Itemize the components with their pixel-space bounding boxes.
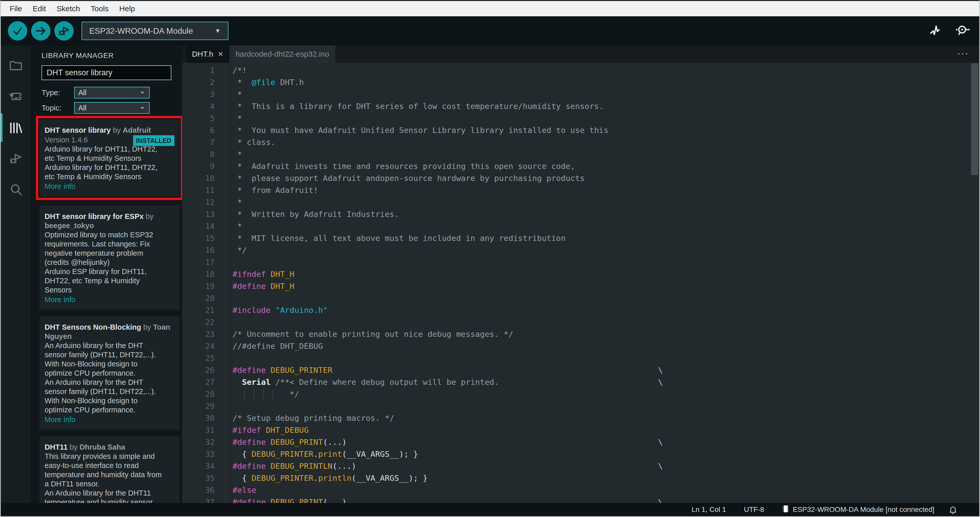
topic-filter-label: Topic: bbox=[41, 104, 74, 112]
code-line: 31#ifdef DHT_DEBUG bbox=[182, 424, 979, 436]
line-number: 12 bbox=[182, 196, 225, 208]
more-info-link[interactable]: More info bbox=[45, 182, 174, 191]
arrow-right-icon bbox=[35, 25, 47, 37]
library-description: This library provides a simple andeasy-t… bbox=[45, 452, 174, 503]
status-bar: Ln 1, Col 1 UTF-8 ESP32-WROOM-DA Module … bbox=[1, 503, 979, 516]
more-actions-button[interactable]: ... bbox=[958, 46, 969, 57]
code-line: 5 * bbox=[182, 112, 979, 124]
library-entry[interactable]: DHT11 by Dhruba SahaThis library provide… bbox=[40, 436, 180, 503]
library-manager-panel: LIBRARY MANAGER Type: All ⌄ Topic: All ⌄… bbox=[31, 45, 182, 503]
line-number: 26 bbox=[182, 364, 225, 376]
library-entry[interactable]: DHT sensor library for ESPx by beegee_to… bbox=[40, 206, 180, 310]
line-number: 37 bbox=[182, 496, 225, 503]
line-number: 13 bbox=[182, 208, 225, 220]
panel-title: LIBRARY MANAGER bbox=[41, 51, 182, 60]
sidebar-item-boards-manager[interactable] bbox=[1, 88, 31, 105]
more-info-link[interactable]: More info bbox=[45, 415, 174, 424]
library-books-icon bbox=[8, 120, 23, 135]
board-selector-label: ESP32-WROOM-DA Module bbox=[89, 26, 215, 36]
serial-monitor-icon[interactable] bbox=[954, 23, 970, 39]
debug-icon bbox=[8, 151, 23, 166]
menu-item-tools[interactable]: Tools bbox=[85, 4, 114, 13]
editor-scrollbar[interactable] bbox=[971, 63, 978, 175]
line-number: 1 bbox=[182, 64, 225, 76]
search-icon bbox=[8, 182, 23, 197]
chevron-down-icon: ▼ bbox=[215, 27, 221, 34]
code-line: 33 { DEBUG_PRINTER.print(__VA_ARGS__); } bbox=[182, 448, 979, 460]
menu-item-sketch[interactable]: Sketch bbox=[51, 4, 85, 13]
cursor-position: Ln 1, Col 1 bbox=[692, 506, 726, 514]
tab-dht-h[interactable]: DHT.h ✕ bbox=[186, 45, 229, 63]
line-number: 14 bbox=[182, 220, 225, 232]
code-line: 18#ifndef DHT_H bbox=[182, 268, 979, 280]
serial-plotter-icon[interactable] bbox=[928, 23, 944, 39]
upload-button[interactable] bbox=[31, 21, 51, 41]
library-entry[interactable]: DHT Sensors Non-Blocking by Toan NguyenA… bbox=[40, 316, 180, 430]
debug-button[interactable] bbox=[54, 21, 74, 41]
code-line: 13 * Written by Adafruit Industries. bbox=[182, 208, 979, 220]
menu-item-edit[interactable]: Edit bbox=[27, 4, 51, 13]
editor-tab-bar: DHT.h ✕ hardcoded-dht22-esp32.ino ... bbox=[182, 45, 979, 63]
library-description: An Arduino library for the DHTsensor fam… bbox=[45, 341, 174, 415]
editor-area: DHT.h ✕ hardcoded-dht22-esp32.ino ... 1/… bbox=[182, 45, 979, 503]
code-line: 37#define DEBUG_PRINT(...)\ bbox=[182, 496, 979, 503]
toolbar: ESP32-WROOM-DA Module ▼ bbox=[1, 16, 979, 45]
menu-item-help[interactable]: Help bbox=[114, 4, 140, 13]
topic-filter-select[interactable]: All ⌄ bbox=[74, 102, 150, 114]
line-number: 35 bbox=[182, 472, 225, 484]
debug-play-icon bbox=[58, 25, 70, 37]
line-number: 17 bbox=[182, 256, 225, 268]
encoding: UTF-8 bbox=[744, 506, 764, 514]
code-line: 14 * bbox=[182, 220, 979, 232]
code-line: 2 * @file DHT.h bbox=[182, 76, 979, 88]
notification-bell-icon[interactable] bbox=[948, 505, 958, 514]
line-number: 5 bbox=[182, 112, 225, 124]
checkmark-icon bbox=[12, 25, 23, 37]
verify-button[interactable] bbox=[8, 21, 27, 41]
library-entry-title: DHT sensor library for ESPx by beegee_to… bbox=[45, 212, 174, 230]
line-number: 27 bbox=[182, 376, 225, 388]
line-number: 15 bbox=[182, 232, 225, 244]
code-line: 26#define DEBUG_PRINTER\ bbox=[182, 364, 979, 376]
type-filter-label: Type: bbox=[41, 88, 74, 97]
menu-item-file[interactable]: File bbox=[4, 4, 27, 13]
line-number: 28 bbox=[182, 388, 225, 400]
board-selector-dropdown[interactable]: ESP32-WROOM-DA Module ▼ bbox=[81, 22, 228, 40]
code-line: 34#define DEBUG_PRINTLN(...)\ bbox=[182, 460, 979, 472]
activity-bar bbox=[1, 45, 31, 503]
line-number: 31 bbox=[182, 424, 225, 436]
sidebar-item-sketchbook[interactable] bbox=[1, 57, 31, 73]
close-icon[interactable]: ✕ bbox=[218, 50, 223, 58]
line-number: 36 bbox=[182, 484, 225, 496]
line-number: 21 bbox=[182, 304, 225, 316]
board-status[interactable]: ESP32-WROOM-DA Module [not connected] bbox=[782, 504, 934, 515]
line-number: 6 bbox=[182, 124, 225, 136]
library-entry[interactable]: DHT sensor library by AdafruitVersion 1.… bbox=[40, 120, 180, 196]
code-line: 36#else bbox=[182, 484, 979, 496]
sidebar-item-debug[interactable] bbox=[1, 150, 31, 167]
type-filter-select[interactable]: All ⌄ bbox=[74, 87, 150, 99]
line-number: 3 bbox=[182, 88, 225, 100]
library-description: Arduino library for DHT11, DHT22,etc Tem… bbox=[45, 144, 174, 181]
line-number: 34 bbox=[182, 460, 225, 472]
code-line: 11 * from Adafruit! bbox=[182, 184, 979, 196]
code-line: 29 bbox=[182, 400, 979, 412]
tab-sketch-ino[interactable]: hardcoded-dht22-esp32.ino bbox=[229, 45, 335, 63]
library-entry-title: DHT Sensors Non-Blocking by Toan Nguyen bbox=[45, 322, 174, 341]
folder-icon bbox=[8, 58, 23, 73]
code-line: 23/* Uncomment to enable printing out ni… bbox=[182, 328, 979, 340]
line-number: 33 bbox=[182, 448, 225, 460]
line-number: 32 bbox=[182, 436, 225, 448]
line-number: 9 bbox=[182, 160, 225, 172]
library-entry-title: DHT sensor library by Adafruit bbox=[45, 126, 174, 135]
sidebar-item-library-manager[interactable] bbox=[1, 120, 31, 136]
line-number: 11 bbox=[182, 184, 225, 196]
more-info-link[interactable]: More info bbox=[45, 295, 174, 304]
line-number: 23 bbox=[182, 328, 225, 340]
library-search-input[interactable] bbox=[41, 65, 171, 80]
chevron-down-icon: ⌄ bbox=[139, 88, 146, 93]
line-number: 4 bbox=[182, 100, 225, 112]
code-editor[interactable]: 1/*!2 * @file DHT.h3 *4 * This is a libr… bbox=[182, 63, 979, 503]
code-line: 28 │ │ │ │ */ bbox=[182, 388, 979, 400]
sidebar-item-search[interactable] bbox=[1, 182, 31, 198]
